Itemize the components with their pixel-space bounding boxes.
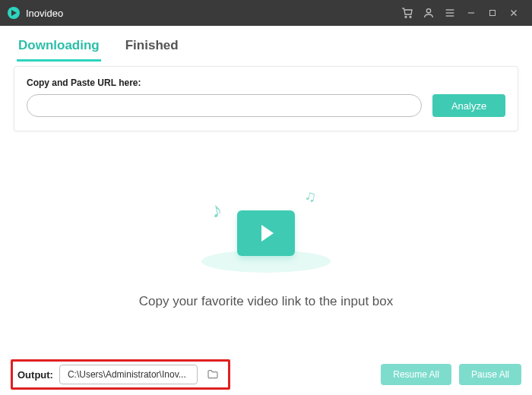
pause-all-button[interactable]: Pause All [459,364,521,385]
music-note-icon: ♫ [303,186,318,205]
minimize-icon[interactable] [461,0,482,26]
titlebar[interactable]: Inovideo [0,0,532,26]
empty-message: Copy your favorite video link to the inp… [139,294,394,309]
tab-finished[interactable]: Finished [124,33,180,62]
music-note-icon: ♪ [209,197,224,223]
svg-point-0 [405,16,407,17]
maximize-icon[interactable] [482,0,503,26]
output-highlight-box: Output: [11,359,230,390]
svg-point-1 [410,16,411,17]
app-title: Inovideo [26,8,63,19]
empty-state: ♪ ♫ Copy your favorite video link to the… [14,131,518,354]
bottombar: Output: Resume All Pause All [0,354,532,395]
resume-all-button[interactable]: Resume All [381,364,451,385]
url-input-label: Copy and Paste URL here: [27,77,505,88]
browse-folder-button[interactable] [204,366,222,383]
svg-rect-7 [490,11,496,16]
cart-icon[interactable] [397,0,418,26]
account-icon[interactable] [418,0,439,26]
svg-point-2 [426,9,430,13]
analyze-button[interactable]: Analyze [432,94,505,117]
tab-downloading[interactable]: Downloading [17,33,101,62]
main-content: Downloading Finished Copy and Paste URL … [0,26,532,354]
folder-icon [206,368,220,381]
close-icon[interactable] [503,0,524,26]
app-logo-icon [8,7,20,19]
url-input[interactable] [27,94,422,117]
empty-illustration: ♪ ♫ [190,177,342,276]
play-tile-icon [237,210,295,256]
output-path-field[interactable] [59,365,198,384]
play-triangle-icon [261,225,274,242]
url-row: Analyze [27,94,505,117]
menu-icon[interactable] [439,0,461,26]
output-label: Output: [17,369,53,381]
url-card: Copy and Paste URL here: Analyze [14,66,518,131]
app-window: Inovideo Downloading Finished Copy and P… [0,0,532,395]
tabs: Downloading Finished [14,33,518,62]
